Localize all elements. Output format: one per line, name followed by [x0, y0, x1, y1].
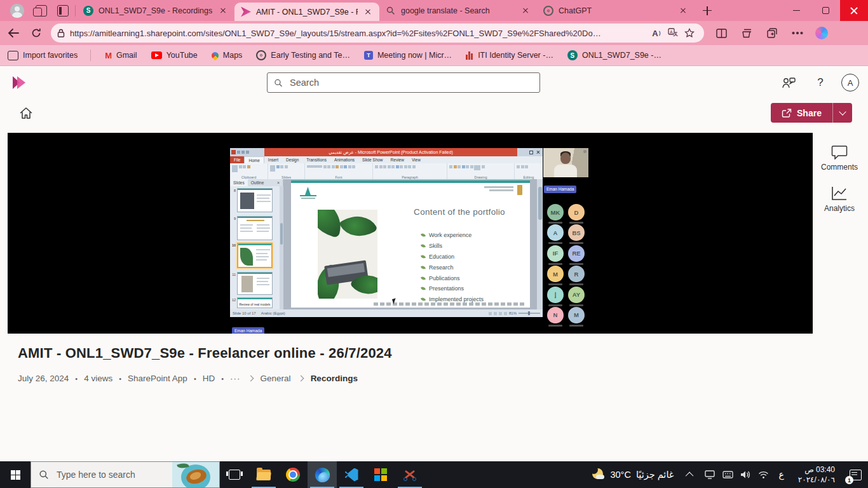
help-icon[interactable]: ? — [811, 73, 830, 92]
slides-panel: Slides Outline × 8 9 — [230, 179, 283, 309]
refresh-button[interactable] — [27, 24, 46, 43]
favorite-label: ITI Identity Server -… — [478, 51, 553, 60]
slide-bullet-list: Work experience Skills Education Researc… — [421, 230, 484, 305]
favorite-maps[interactable]: Maps — [212, 51, 243, 60]
analytics-button[interactable]: Analytics — [815, 186, 864, 213]
new-tab-button[interactable] — [698, 2, 716, 20]
youtube-icon — [151, 51, 162, 59]
feedback-icon[interactable] — [779, 73, 798, 92]
stream-search-box[interactable] — [267, 72, 540, 93]
tab-recordings[interactable]: S ONL1_SWD7_S9e - Recordings - — [77, 0, 234, 21]
translate-icon[interactable]: A — [665, 25, 681, 41]
split-screen-icon[interactable] — [713, 25, 729, 41]
tray-volume-icon[interactable] — [738, 461, 752, 488]
favorite-onl1-swd7[interactable]: S ONL1_SWD7_S9e -… — [567, 50, 661, 60]
taskbar-search-input[interactable] — [55, 469, 159, 480]
workspaces-icon[interactable] — [36, 5, 47, 17]
shared-powerpoint-window: عرض تقديمي - Microsoft PowerPoint (Produ… — [230, 148, 543, 317]
comments-button[interactable]: Comments — [815, 145, 864, 172]
more-options-icon[interactable] — [789, 25, 806, 41]
task-view-button[interactable] — [220, 461, 249, 488]
tray-keyboard-icon[interactable] — [721, 461, 735, 488]
slide-thumbnail-selected: 10 — [231, 243, 273, 268]
tab-chatgpt[interactable]: ChatGPT — [537, 0, 695, 21]
search-highlight-image[interactable] — [172, 462, 219, 488]
close-icon[interactable] — [520, 6, 531, 16]
ribbon-group-drawing: Drawing — [447, 163, 515, 179]
favorite-youtube[interactable]: YouTube — [151, 51, 198, 60]
copilot-icon[interactable] — [813, 25, 830, 41]
breadcrumb-more-button[interactable]: ··· — [230, 374, 241, 383]
read-aloud-icon[interactable]: A⟩ — [648, 25, 665, 41]
start-button[interactable] — [0, 461, 31, 488]
leaf-bullet-icon — [421, 233, 426, 238]
favorite-gmail[interactable]: M Gmail — [105, 51, 137, 60]
file-explorer-button[interactable] — [249, 461, 278, 488]
slide-header-emblem — [517, 185, 522, 195]
stream-logo-icon[interactable] — [11, 75, 28, 90]
taskbar-weather[interactable]: 30°C غائم جزئيًا — [586, 461, 680, 488]
share-button[interactable]: Share — [771, 103, 852, 123]
participants-roster: MK D A BS IF RE M R إ AY N M — [547, 204, 585, 327]
vscode-button[interactable] — [337, 461, 366, 488]
url-text[interactable]: https://amitlearning1.sharepoint.com/sit… — [70, 29, 648, 38]
breadcrumb-general[interactable]: General — [261, 374, 291, 383]
taskbar-search-box[interactable] — [31, 461, 220, 488]
quality-badge: HD — [203, 374, 215, 383]
scrollbar[interactable] — [537, 179, 543, 309]
chrome-button[interactable] — [278, 461, 308, 488]
close-icon[interactable] — [678, 6, 688, 16]
search-icon — [39, 470, 49, 480]
participant-avatar: M — [568, 307, 585, 327]
favorite-iti-identity[interactable]: ITI Identity Server -… — [466, 51, 553, 60]
window-restore-button[interactable] — [811, 0, 840, 21]
window-minimize-button[interactable] — [782, 0, 811, 21]
home-button[interactable] — [17, 104, 36, 123]
action-center-button[interactable]: 1 — [843, 461, 868, 488]
copy-tab-icon[interactable] — [764, 25, 780, 41]
favorite-meeting-now[interactable]: T Meeting now | Micr… — [364, 51, 452, 60]
favorite-star-icon[interactable] — [681, 25, 698, 41]
import-favorites-button[interactable]: Import favorites — [8, 51, 78, 60]
back-button[interactable] — [4, 24, 23, 43]
close-icon[interactable] — [218, 6, 228, 16]
quick-access-toolbar — [230, 148, 264, 156]
video-player[interactable]: عرض تقديمي - Microsoft PowerPoint (Produ… — [8, 133, 813, 334]
tab-actions-icon[interactable] — [57, 5, 69, 17]
close-icon[interactable] — [363, 7, 373, 17]
dot-separator: • — [119, 375, 121, 383]
view-slideshow-icon — [504, 312, 507, 315]
sharepoint-icon: S — [83, 6, 93, 16]
tab-google-translate[interactable]: google translate - Search — [379, 0, 537, 21]
taskbar-clock[interactable]: 03:40 ص ٢٠٢٤/٠٨/٠٦ — [798, 464, 835, 485]
window-close-button[interactable] — [840, 0, 868, 21]
snipping-tool-button[interactable] — [395, 461, 424, 488]
tab-stream-active[interactable]: AMIT - ONL1_SWD7_S9e - Freela — [234, 3, 379, 21]
tab-title: ONL1_SWD7_S9e - Recordings - — [98, 6, 213, 15]
tray-display-icon[interactable] — [703, 461, 717, 488]
microsoft-app-button[interactable] — [366, 461, 395, 488]
video-meta-row: July 26, 2024 • 4 views • SharePoint App… — [18, 374, 358, 383]
sharepoint-icon: S — [567, 50, 578, 60]
favorite-early-testing[interactable]: Early Testing and Te… — [256, 50, 350, 60]
windows-logo-icon — [11, 470, 20, 480]
tray-wifi-icon[interactable] — [756, 461, 770, 488]
presenter-name-tag: Eman Hamada — [544, 186, 576, 193]
share-dropdown-button[interactable] — [833, 111, 852, 114]
account-avatar[interactable]: A — [841, 74, 859, 92]
powerpoint-title-bar: عرض تقديمي - Microsoft PowerPoint (Produ… — [230, 148, 543, 156]
favorite-label: YouTube — [166, 51, 198, 60]
panel-tab-slides: Slides — [230, 179, 248, 186]
collections-icon[interactable] — [738, 25, 755, 41]
language-indicator[interactable]: ع — [778, 470, 783, 480]
breadcrumb-recordings[interactable]: Recordings — [311, 374, 358, 383]
slide-thumbnail: 8 — [231, 188, 273, 212]
ribbon-tab-view: View — [408, 156, 424, 163]
edge-button[interactable] — [308, 461, 337, 488]
url-bar[interactable]: https://amitlearning1.sharepoint.com/sit… — [51, 24, 704, 43]
tray-expand-icon[interactable] — [686, 471, 694, 480]
close-icon: × — [274, 179, 283, 186]
browser-profile-avatar[interactable] — [10, 4, 24, 18]
search-input[interactable] — [288, 77, 533, 88]
ribbon: Clipboard Slides Font Paragraph Drawing — [230, 163, 543, 179]
